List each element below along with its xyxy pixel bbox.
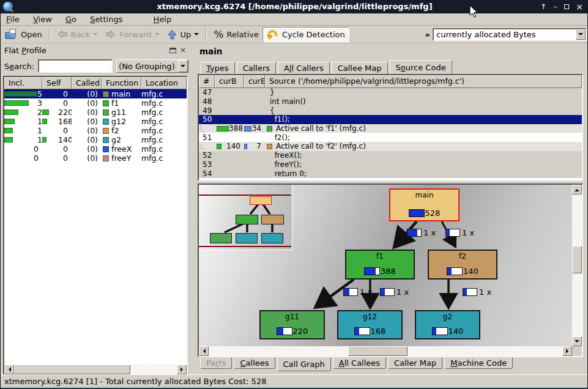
overview-node-g11 xyxy=(210,233,232,243)
graph-node-g12[interactable]: g12 168 xyxy=(337,310,403,339)
minimize-button[interactable]: – xyxy=(551,2,560,12)
combo-arrow-icon xyxy=(178,60,188,72)
tab-machine-code[interactable]: Machine Code xyxy=(444,357,513,369)
scroll-up-icon[interactable] xyxy=(572,185,582,194)
close-button[interactable]: × xyxy=(575,2,584,12)
table-row[interactable]: 528 0 (0) main mfg.c xyxy=(4,89,187,98)
scroll-down-icon[interactable] xyxy=(572,336,582,346)
table-row[interactable]: 168 168 (0) g12 mfg.c xyxy=(4,117,187,126)
tab-types[interactable]: Types xyxy=(200,62,235,74)
visualization-tab-bar: Parts Callees Call Graph All Callees Cal… xyxy=(200,357,515,372)
scroll-left-icon[interactable] xyxy=(4,365,14,374)
graph-vscrollbar[interactable] xyxy=(572,185,582,346)
tab-all-callees[interactable]: All Callees xyxy=(333,357,386,369)
source-call-annotation[interactable]: 140 7 Active call to 'f2' (mfg.c) xyxy=(199,142,582,151)
scrollbar-thumb[interactable] xyxy=(14,365,130,374)
source-call-annotation[interactable]: 388 34 Active call to 'f1' (mfg.c) xyxy=(199,124,582,133)
edge-label-f2-g2: 1 x xyxy=(463,287,491,297)
dock-close-icon[interactable]: × xyxy=(179,47,187,54)
status-text: xtmemory.kcg.6274 [1] - Total currently … xyxy=(4,377,266,386)
graph-node-g2[interactable]: g2 140 xyxy=(415,310,480,339)
column-function[interactable]: Function xyxy=(102,77,141,89)
source-line-selected[interactable]: 50 f1(); xyxy=(199,115,582,124)
maximize-button[interactable] xyxy=(562,2,571,12)
cycle-arrow-icon xyxy=(267,29,279,40)
relative-button[interactable]: % Relative xyxy=(210,27,262,42)
graph-node-g11[interactable]: g11 220 xyxy=(259,310,325,339)
dock-float-icon[interactable] xyxy=(169,48,176,53)
tab-caller-map[interactable]: Caller Map xyxy=(388,357,442,369)
table-row[interactable]: 388 0 (0) f1 mfg.c xyxy=(4,98,187,108)
flat-profile-table: Incl. Self Called Function Location 528 … xyxy=(3,76,188,376)
column-source[interactable]: Source ('/home/philippe/valgrind/littlep… xyxy=(265,75,582,88)
menu-settings[interactable]: Settings xyxy=(84,13,128,26)
scroll-right-icon[interactable] xyxy=(562,346,572,356)
function-color-icon xyxy=(103,146,109,152)
graph-overview-inset[interactable] xyxy=(199,185,292,250)
column-incl[interactable]: Incl. xyxy=(4,77,42,89)
menu-file[interactable]: File xyxy=(1,13,25,26)
source-line[interactable]: 52 freeX(); xyxy=(199,151,582,160)
open-button[interactable]: Open xyxy=(1,27,46,42)
scroll-right-icon[interactable] xyxy=(177,365,187,374)
source-line[interactable]: 48 int main() xyxy=(199,97,582,106)
graph-hscrollbar[interactable] xyxy=(199,346,572,356)
flat-profile-header-row: Incl. Self Called Function Location xyxy=(4,77,187,89)
cycle-detection-button[interactable]: Cycle Detection xyxy=(262,27,349,42)
flat-profile-title: Flat Profile xyxy=(4,46,47,55)
menu-help[interactable]: Help xyxy=(148,13,177,26)
up-button[interactable]: Up xyxy=(163,27,203,42)
keep-above-button[interactable]: ↑ xyxy=(538,2,548,12)
graph-node-f1[interactable]: f1 388 xyxy=(345,250,415,280)
overview-node-g12 xyxy=(236,233,258,243)
table-row[interactable]: 0 0 (0) freeX mfg.c xyxy=(4,144,187,154)
column-location[interactable]: Location xyxy=(141,77,187,89)
tab-all-callers[interactable]: All Callers xyxy=(278,62,330,74)
call-graph-canvas[interactable]: main 528 f1 388 f2 140 g11 220 g12 168 g… xyxy=(199,185,572,346)
toolbar-separator xyxy=(206,28,207,41)
table-row[interactable]: 140 140 (0) g2 mfg.c xyxy=(4,135,187,144)
tab-source-code[interactable]: Source Code xyxy=(390,60,452,74)
tab-callers[interactable]: Callers xyxy=(237,62,276,74)
table-row[interactable]: 220 220 (0) g11 mfg.c xyxy=(4,108,187,117)
event-type-combobox[interactable]: currently allocated Bytes xyxy=(433,28,587,41)
function-color-icon xyxy=(103,128,109,134)
scrollbar-thumb[interactable] xyxy=(572,246,582,273)
flat-profile-hscrollbar[interactable] xyxy=(4,365,187,374)
column-self[interactable]: Self xyxy=(42,77,72,89)
search-input[interactable] xyxy=(38,59,113,73)
cost-bar xyxy=(432,327,448,335)
function-color-icon xyxy=(103,155,109,161)
grouping-combobox[interactable]: (No Grouping) xyxy=(116,59,188,73)
scrollbar-thumb[interactable] xyxy=(348,346,408,356)
back-dropdown-icon xyxy=(93,33,98,38)
flat-profile-header: Flat Profile × xyxy=(2,44,189,57)
tree-branch-icon xyxy=(201,126,205,132)
source-line[interactable]: 54 return 0; xyxy=(199,169,582,178)
column-line-number[interactable]: # xyxy=(199,75,215,88)
source-line[interactable]: 47 } xyxy=(199,88,582,97)
column-curb[interactable]: curB xyxy=(215,75,244,88)
scroll-left-icon[interactable] xyxy=(199,346,209,356)
menu-go[interactable]: Go xyxy=(60,13,82,26)
forward-button[interactable]: Forward xyxy=(102,27,163,42)
cost-bar xyxy=(364,267,380,275)
back-button[interactable]: Back xyxy=(53,27,102,42)
column-called[interactable]: Called xyxy=(72,77,102,89)
graph-node-main[interactable]: main 528 xyxy=(389,188,460,221)
source-line[interactable]: 53 freeY(); xyxy=(199,160,582,169)
column-curbk[interactable]: curBk xyxy=(244,75,265,88)
source-line[interactable]: 51 f2(); xyxy=(199,133,582,142)
overview-node-f1 xyxy=(236,215,258,224)
menu-view[interactable]: View xyxy=(28,13,58,26)
source-line[interactable]: 49 { xyxy=(199,106,582,115)
tab-callees[interactable]: Callees xyxy=(234,357,275,369)
table-row[interactable]: 140 0 (0) f2 mfg.c xyxy=(4,126,187,135)
cost-bar xyxy=(354,327,370,335)
tab-call-graph[interactable]: Call Graph xyxy=(277,357,331,371)
tab-callee-map[interactable]: Callee Map xyxy=(332,62,388,74)
edge-label-main-f2: 1 x xyxy=(445,228,474,237)
table-row[interactable]: 0 0 (0) freeY mfg.c xyxy=(4,154,187,163)
graph-node-f2[interactable]: f2 140 xyxy=(428,250,497,280)
toolbar-overflow-chevron[interactable]: » xyxy=(423,30,433,39)
